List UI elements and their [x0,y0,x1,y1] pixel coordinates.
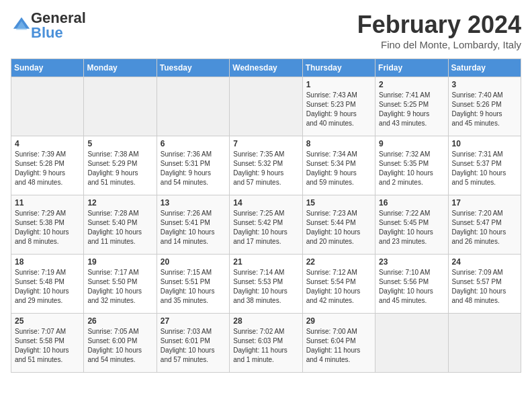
day-number: 9 [379,139,444,148]
calendar-table: SundayMondayTuesdayWednesdayThursdayFrid… [11,58,521,373]
day-info: Sunrise: 7:39 AM Sunset: 5:28 PM Dayligh… [15,150,80,187]
day-info: Sunrise: 7:26 AM Sunset: 5:41 PM Dayligh… [161,209,226,246]
day-info: Sunrise: 7:05 AM Sunset: 6:00 PM Dayligh… [87,327,152,365]
calendar-cell: 6Sunrise: 7:36 AM Sunset: 5:31 PM Daylig… [157,136,229,195]
day-number: 24 [452,257,517,267]
day-info: Sunrise: 7:17 AM Sunset: 5:50 PM Dayligh… [87,268,152,306]
logo: General Blue [11,11,86,40]
calendar-header-row: SundayMondayTuesdayWednesdayThursdayFrid… [11,59,521,77]
day-number: 22 [306,257,371,267]
day-info: Sunrise: 7:14 AM Sunset: 5:53 PM Dayligh… [233,268,298,306]
day-info: Sunrise: 7:10 AM Sunset: 5:56 PM Dayligh… [379,268,444,306]
calendar-cell: 13Sunrise: 7:26 AM Sunset: 5:41 PM Dayli… [157,195,229,255]
calendar-week-1: 1Sunrise: 7:43 AM Sunset: 5:23 PM Daylig… [11,77,521,136]
calendar-cell: 18Sunrise: 7:19 AM Sunset: 5:48 PM Dayli… [11,255,84,314]
day-info: Sunrise: 7:20 AM Sunset: 5:47 PM Dayligh… [452,209,517,246]
day-number: 28 [233,316,298,326]
day-number: 14 [233,198,298,208]
page-header: General Blue February 2024 Fino del Mont… [11,11,521,50]
day-number: 10 [452,139,517,148]
day-info: Sunrise: 7:00 AM Sunset: 6:04 PM Dayligh… [306,327,371,365]
day-info: Sunrise: 7:41 AM Sunset: 5:25 PM Dayligh… [379,91,444,128]
calendar-body: 1Sunrise: 7:43 AM Sunset: 5:23 PM Daylig… [11,77,521,373]
day-info: Sunrise: 7:29 AM Sunset: 5:38 PM Dayligh… [15,209,80,246]
calendar-cell: 29Sunrise: 7:00 AM Sunset: 6:04 PM Dayli… [302,314,375,373]
calendar-cell: 27Sunrise: 7:03 AM Sunset: 6:01 PM Dayli… [157,314,229,373]
day-header-sunday: Sunday [11,59,84,77]
day-number: 12 [87,198,152,208]
day-number: 4 [15,139,80,148]
day-number: 23 [379,257,444,267]
main-title: February 2024 [357,11,521,39]
calendar-cell: 1Sunrise: 7:43 AM Sunset: 5:23 PM Daylig… [302,77,375,136]
calendar-cell [157,77,229,136]
day-info: Sunrise: 7:40 AM Sunset: 5:26 PM Dayligh… [452,91,517,128]
calendar-week-2: 4Sunrise: 7:39 AM Sunset: 5:28 PM Daylig… [11,136,521,195]
calendar-cell: 9Sunrise: 7:32 AM Sunset: 5:35 PM Daylig… [375,136,448,195]
day-header-tuesday: Tuesday [157,59,229,77]
day-number: 5 [87,139,152,148]
calendar-week-3: 11Sunrise: 7:29 AM Sunset: 5:38 PM Dayli… [11,195,521,255]
day-number: 29 [306,316,371,326]
day-info: Sunrise: 7:19 AM Sunset: 5:48 PM Dayligh… [15,268,80,306]
calendar-cell: 4Sunrise: 7:39 AM Sunset: 5:28 PM Daylig… [11,136,84,195]
calendar-cell: 2Sunrise: 7:41 AM Sunset: 5:25 PM Daylig… [375,77,448,136]
day-info: Sunrise: 7:43 AM Sunset: 5:23 PM Dayligh… [306,91,371,128]
day-info: Sunrise: 7:31 AM Sunset: 5:37 PM Dayligh… [452,150,517,187]
calendar-cell: 24Sunrise: 7:09 AM Sunset: 5:57 PM Dayli… [448,255,521,314]
calendar-cell [84,77,157,136]
day-number: 19 [87,257,152,267]
day-info: Sunrise: 7:35 AM Sunset: 5:32 PM Dayligh… [233,150,298,187]
day-header-friday: Friday [375,59,448,77]
title-block: February 2024 Fino del Monte, Lombardy, … [357,11,521,50]
day-info: Sunrise: 7:28 AM Sunset: 5:40 PM Dayligh… [87,209,152,246]
calendar-cell: 16Sunrise: 7:22 AM Sunset: 5:45 PM Dayli… [375,195,448,255]
day-number: 21 [233,257,298,267]
calendar-cell: 12Sunrise: 7:28 AM Sunset: 5:40 PM Dayli… [84,195,157,255]
day-header-wednesday: Wednesday [230,59,302,77]
day-number: 18 [15,257,80,267]
calendar-cell [448,314,521,373]
calendar-cell: 21Sunrise: 7:14 AM Sunset: 5:53 PM Dayli… [230,255,302,314]
day-number: 7 [233,139,298,148]
day-info: Sunrise: 7:09 AM Sunset: 5:57 PM Dayligh… [452,268,517,306]
day-number: 27 [161,316,226,326]
calendar-cell: 7Sunrise: 7:35 AM Sunset: 5:32 PM Daylig… [230,136,302,195]
day-info: Sunrise: 7:34 AM Sunset: 5:34 PM Dayligh… [306,150,371,187]
calendar-cell: 23Sunrise: 7:10 AM Sunset: 5:56 PM Dayli… [375,255,448,314]
day-info: Sunrise: 7:07 AM Sunset: 5:58 PM Dayligh… [15,327,80,365]
calendar-week-4: 18Sunrise: 7:19 AM Sunset: 5:48 PM Dayli… [11,255,521,314]
day-info: Sunrise: 7:25 AM Sunset: 5:42 PM Dayligh… [233,209,298,246]
day-number: 25 [15,316,80,326]
day-info: Sunrise: 7:36 AM Sunset: 5:31 PM Dayligh… [161,150,226,187]
calendar-cell: 10Sunrise: 7:31 AM Sunset: 5:37 PM Dayli… [448,136,521,195]
day-info: Sunrise: 7:22 AM Sunset: 5:45 PM Dayligh… [379,209,444,246]
day-number: 2 [379,80,444,89]
day-info: Sunrise: 7:12 AM Sunset: 5:54 PM Dayligh… [306,268,371,306]
calendar-cell: 22Sunrise: 7:12 AM Sunset: 5:54 PM Dayli… [302,255,375,314]
day-number: 8 [306,139,371,148]
calendar-cell [11,77,84,136]
day-number: 20 [161,257,226,267]
calendar-cell: 17Sunrise: 7:20 AM Sunset: 5:47 PM Dayli… [448,195,521,255]
day-info: Sunrise: 7:38 AM Sunset: 5:29 PM Dayligh… [87,150,152,187]
day-info: Sunrise: 7:03 AM Sunset: 6:01 PM Dayligh… [161,327,226,365]
day-info: Sunrise: 7:02 AM Sunset: 6:03 PM Dayligh… [233,327,298,365]
calendar-cell: 19Sunrise: 7:17 AM Sunset: 5:50 PM Dayli… [84,255,157,314]
calendar-week-5: 25Sunrise: 7:07 AM Sunset: 5:58 PM Dayli… [11,314,521,373]
day-number: 17 [452,198,517,208]
calendar-cell: 3Sunrise: 7:40 AM Sunset: 5:26 PM Daylig… [448,77,521,136]
calendar-cell: 25Sunrise: 7:07 AM Sunset: 5:58 PM Dayli… [11,314,84,373]
day-info: Sunrise: 7:32 AM Sunset: 5:35 PM Dayligh… [379,150,444,187]
subtitle: Fino del Monte, Lombardy, Italy [357,39,521,50]
calendar-cell [375,314,448,373]
day-header-monday: Monday [84,59,157,77]
day-number: 1 [306,80,371,89]
calendar-cell: 8Sunrise: 7:34 AM Sunset: 5:34 PM Daylig… [302,136,375,195]
day-number: 15 [306,198,371,208]
calendar-cell: 14Sunrise: 7:25 AM Sunset: 5:42 PM Dayli… [230,195,302,255]
day-info: Sunrise: 7:15 AM Sunset: 5:51 PM Dayligh… [161,268,226,306]
day-header-thursday: Thursday [302,59,375,77]
day-number: 16 [379,198,444,208]
day-number: 13 [161,198,226,208]
